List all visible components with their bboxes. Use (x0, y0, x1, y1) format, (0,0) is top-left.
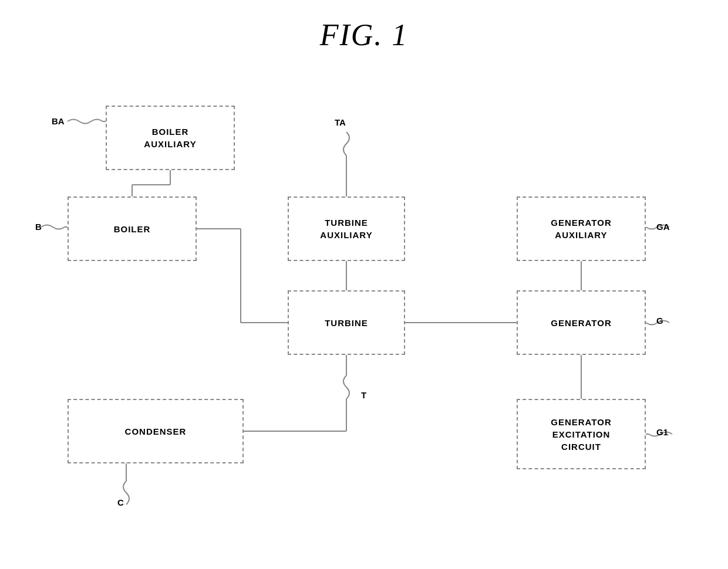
g-label: G (656, 316, 663, 326)
condenser-block: CONDENSER (68, 399, 244, 463)
generator-block: GENERATOR (517, 290, 646, 355)
ta-label: TA (335, 117, 346, 127)
boiler-auxiliary-label: BOILER AUXILIARY (144, 126, 196, 150)
ba-label: BA (52, 116, 65, 126)
g1-label: G1 (656, 427, 668, 437)
generator-auxiliary-block: GENERATOR AUXILIARY (517, 197, 646, 261)
generator-auxiliary-label: GENERATOR AUXILIARY (551, 216, 611, 241)
boiler-auxiliary-block: BOILER AUXILIARY (106, 106, 235, 170)
t-label: T (361, 390, 366, 400)
diagram-area: BOILER AUXILIARY BA BOILER B TURBINE AUX… (35, 59, 693, 551)
turbine-auxiliary-label: TURBINE AUXILIARY (320, 216, 372, 241)
condenser-label: CONDENSER (125, 425, 187, 438)
page-container: FIG. 1 (0, 0, 728, 569)
figure-title: FIG. 1 (0, 0, 728, 52)
c-label: C (117, 497, 124, 507)
turbine-auxiliary-block: TURBINE AUXILIARY (288, 197, 405, 261)
b-label: B (35, 222, 42, 232)
generator-label: GENERATOR (551, 317, 611, 329)
ga-label: GA (656, 222, 670, 232)
boiler-block: BOILER (68, 197, 197, 261)
generator-excitation-label: GENERATOR EXCITATION CIRCUIT (551, 416, 611, 453)
turbine-block: TURBINE (288, 290, 405, 355)
turbine-label: TURBINE (325, 317, 368, 329)
generator-excitation-block: GENERATOR EXCITATION CIRCUIT (517, 399, 646, 469)
boiler-label: BOILER (114, 223, 151, 235)
